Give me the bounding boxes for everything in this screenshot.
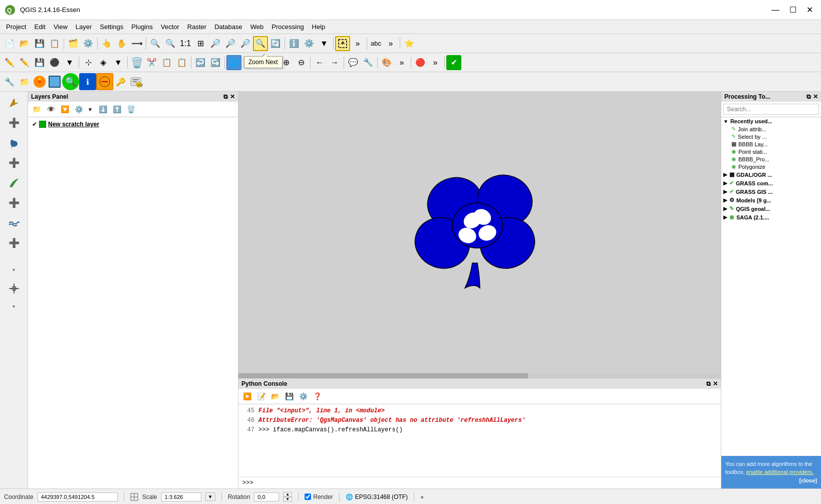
gdal-section[interactable]: ▶ ▦ GDAL/OGR ... [721, 170, 821, 179]
more-tools-3-button[interactable]: » [428, 55, 443, 70]
dropdown-button[interactable]: ▼ [317, 36, 332, 51]
digitize-button[interactable]: ✏️ [2, 55, 17, 70]
console-save-script-button[interactable]: 💾 [283, 390, 296, 403]
toggle-edit-button[interactable]: ✏️ [17, 55, 32, 70]
processing-search-input[interactable] [723, 104, 819, 115]
save-project-button[interactable]: 💾 [32, 36, 47, 51]
move-annotation-button[interactable]: 🔧 [361, 55, 376, 70]
rotation-input[interactable] [254, 492, 279, 501]
filter-map-button[interactable]: ⚙️ [72, 103, 85, 116]
console-close-button[interactable]: ✕ [713, 380, 718, 387]
scale-dropdown-button[interactable]: ▼ [205, 492, 215, 501]
style-button[interactable]: 🎨 [379, 55, 394, 70]
menu-edit[interactable]: Edit [30, 22, 49, 32]
more-label-button[interactable]: » [383, 36, 398, 51]
help-tool-button[interactable]: ⭐ [402, 36, 417, 51]
layer-visibility-button[interactable]: 👁️ [44, 103, 57, 116]
map-scrollbar[interactable] [238, 373, 721, 378]
more-tools-button[interactable]: » [350, 36, 365, 51]
save-as-button[interactable]: 📋 [47, 36, 62, 51]
zoom-layer-button[interactable]: 🔎 [223, 36, 238, 51]
project-properties-button[interactable]: ⚙️ [81, 36, 96, 51]
layers-float-button[interactable]: ⧉ [223, 93, 228, 100]
qgis-geoalg-section[interactable]: ▶ ✎ QGIS geoal... [721, 204, 821, 213]
tree-item-join-attrib[interactable]: ✎ Join attrib... [721, 125, 821, 133]
models-section[interactable]: ▶ ⚙ Models [9 g... [721, 196, 821, 204]
rotation-down-button[interactable]: ▼ [283, 497, 292, 502]
processing-float-button[interactable]: ⧉ [806, 93, 811, 100]
key-button[interactable]: 🔑 [113, 74, 128, 89]
left-icon-add-4[interactable]: ➕ [5, 234, 23, 252]
forward-button[interactable]: → [327, 55, 342, 70]
menu-web[interactable]: Web [246, 22, 268, 32]
plugin-2-button[interactable]: 📁 [17, 74, 32, 89]
scale-input[interactable] [161, 492, 201, 501]
save-edits-button[interactable]: 💾 [32, 55, 47, 70]
console-float-button[interactable]: ⧉ [706, 380, 711, 387]
menu-help[interactable]: Help [308, 22, 330, 32]
layer-checkbox[interactable]: ✔ [32, 121, 37, 128]
close-button[interactable]: ✕ [802, 4, 817, 16]
menu-view[interactable]: View [50, 22, 72, 32]
collapse-all-button[interactable]: ⬆️ [110, 103, 123, 116]
remove-layer-button[interactable]: 🗑️ [124, 103, 137, 116]
reshape-button[interactable]: ▼ [111, 55, 126, 70]
info-close-button[interactable]: [close] [799, 476, 817, 485]
tree-item-polygonize[interactable]: ◉ Polygonize [721, 163, 821, 170]
move-feature-button[interactable]: ⊹ [81, 55, 96, 70]
menu-raster[interactable]: Raster [183, 22, 210, 32]
zoom-in-button[interactable]: 🔍 [148, 36, 163, 51]
select-tool-button[interactable] [335, 36, 350, 51]
delete-button[interactable]: 🗑️ [129, 55, 144, 70]
annotation-button[interactable]: 💬 [346, 55, 361, 70]
cut-features-button[interactable]: ✂️ [144, 55, 159, 70]
plugin-blue-button[interactable] [47, 74, 62, 89]
plugin-1-button[interactable]: 🔧 [2, 74, 17, 89]
grass-com-section[interactable]: ▶ ✔ GRASS com... [721, 179, 821, 187]
menu-project[interactable]: Project [2, 22, 30, 32]
tree-item-bbbb-pro[interactable]: ◉ BBBB_Pro... [721, 155, 821, 163]
console-open-script-button[interactable]: 📂 [268, 390, 282, 403]
tree-item-point-stati[interactable]: ◉ Point stati... [721, 148, 821, 155]
search-plugin-button[interactable]: 🔍 [62, 73, 79, 90]
open-layer-tree-view[interactable]: 📁 [30, 103, 43, 116]
left-icon-feather[interactable] [5, 174, 23, 192]
layers-close-button[interactable]: ✕ [230, 93, 235, 100]
filter-layer-button[interactable]: 🔽 [58, 103, 71, 116]
copy-features-button[interactable]: 📋 [159, 55, 174, 70]
touch-mode-button[interactable]: 👆 [99, 36, 114, 51]
node-tool-button[interactable]: ◈ [96, 55, 111, 70]
minimize-button[interactable]: — [767, 4, 783, 16]
expand-arrow-2[interactable]: ▾ [13, 304, 15, 309]
console-input[interactable] [256, 479, 717, 486]
zoom-next-button[interactable]: 🔍 Zoom Next [253, 36, 268, 51]
capture-polygon-button[interactable]: ▼ [62, 55, 77, 70]
refresh-button[interactable]: 🔄 [268, 36, 283, 51]
paste-features-button[interactable]: 📋 [174, 55, 189, 70]
info-plugin-button[interactable]: ℹ [79, 73, 96, 90]
left-icon-elephant[interactable] [5, 134, 23, 152]
console-show-editor-button[interactable]: 📝 [254, 390, 267, 403]
enable-providers-link[interactable]: enable additional providers. [746, 469, 814, 475]
zoom-full-button[interactable]: ⊞ [193, 36, 208, 51]
saga-section[interactable]: ▶ ◉ SAGA (2.1.... [721, 213, 821, 221]
identify-button[interactable]: ℹ️ [287, 36, 302, 51]
zoom-out-2-button[interactable]: ⊖ [294, 55, 309, 70]
more-tools-2-button[interactable]: 🔴 [413, 55, 428, 70]
print-composer-button[interactable]: 🗂️ [66, 36, 81, 51]
processing-close-button[interactable]: ✕ [813, 93, 818, 100]
left-icon-digitize[interactable] [5, 94, 23, 112]
left-icon-add-3[interactable]: ➕ [5, 194, 23, 212]
no-symbol-button[interactable] [96, 73, 113, 90]
back-button[interactable]: ← [312, 55, 327, 70]
coordinate-input[interactable] [38, 492, 118, 501]
menu-layer[interactable]: Layer [72, 22, 96, 32]
expand-all-button[interactable]: ⬇️ [96, 103, 109, 116]
menu-database[interactable]: Database [210, 22, 246, 32]
map-scrollbar-thumb[interactable] [238, 373, 528, 378]
menu-settings[interactable]: Settings [96, 22, 127, 32]
console-help-button[interactable]: ❓ [311, 390, 324, 403]
more-edit-button[interactable]: » [394, 55, 409, 70]
rotation-up-button[interactable]: ▲ [283, 492, 292, 497]
undo-button[interactable]: ↩️ [193, 55, 208, 70]
